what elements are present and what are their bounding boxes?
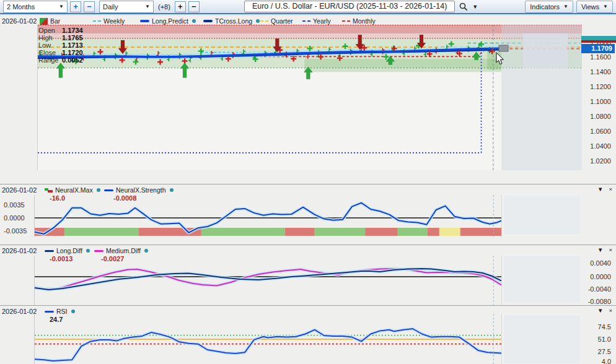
chevron-down-icon: ▼ bbox=[603, 4, 608, 9]
legend-label: NeuralX.Strength bbox=[116, 186, 166, 194]
main-chart-canvas[interactable] bbox=[37, 25, 582, 170]
neuralx-chart-canvas[interactable] bbox=[34, 195, 502, 237]
chevron-down-icon: ▼ bbox=[59, 4, 64, 9]
weekly-line-icon bbox=[93, 20, 101, 22]
panel-watermark bbox=[503, 314, 581, 364]
legend-label: Long.Predict bbox=[152, 17, 188, 25]
cursor-date-label: 2026-01-02 bbox=[2, 308, 37, 315]
bars-added-label: (+8) bbox=[158, 3, 170, 11]
legend-item-neuralx-max[interactable]: NeuralX.Max bbox=[45, 186, 100, 194]
axis-tick: 1.1000 bbox=[590, 98, 611, 105]
legend-item-weekly[interactable]: Weekly bbox=[93, 17, 125, 25]
monthly-axis-marker bbox=[581, 40, 616, 43]
info-dot-icon[interactable] bbox=[256, 19, 260, 23]
high-label: High bbox=[38, 34, 62, 41]
info-dot-icon[interactable] bbox=[192, 19, 196, 23]
rsi-line-icon bbox=[45, 311, 54, 313]
axis-tick: 0.0000 bbox=[590, 273, 611, 280]
legend-item-bar[interactable]: Bar bbox=[40, 17, 60, 25]
axis-tick: 4.0 bbox=[602, 358, 611, 364]
neuralx-panel: 2026-01-02 NeuralX.Max NeuralX.Strength … bbox=[0, 184, 616, 245]
info-dot-icon[interactable] bbox=[97, 188, 100, 192]
close-label: Close bbox=[38, 49, 62, 56]
search-icon[interactable] bbox=[459, 2, 468, 11]
add-bars-button[interactable]: + bbox=[175, 1, 186, 12]
range-zoom-out-button[interactable]: − bbox=[84, 1, 95, 12]
axis-tick: 74.5 bbox=[598, 323, 611, 331]
legend-label: Medium.Diff bbox=[106, 247, 141, 254]
panel-watermark bbox=[503, 255, 581, 303]
legend-item-yearly[interactable]: Yearly bbox=[302, 17, 331, 25]
legend-item-monthly[interactable]: Monthly bbox=[342, 17, 376, 25]
range-select[interactable]: 2 Months ▼ bbox=[3, 1, 68, 13]
long-predict-line-icon bbox=[140, 20, 149, 22]
range-zoom-in-button[interactable]: + bbox=[70, 1, 81, 12]
monthly-line-icon bbox=[342, 20, 350, 22]
close-value: 1.1720 bbox=[62, 49, 83, 56]
rsi-chart-canvas[interactable] bbox=[34, 314, 502, 364]
rsi-axis: 74.5 51.0 27.5 4.0 bbox=[581, 306, 616, 364]
legend-item-neuralx-strength[interactable]: NeuralX.Strength bbox=[104, 186, 174, 194]
toolbar: 2 Months ▼ + − Daily ▼ (+8) + − Euro / U… bbox=[0, 0, 616, 14]
legend-item-quarter[interactable]: Quarter bbox=[260, 17, 293, 25]
legend-label: NeuralX.Max bbox=[55, 186, 93, 194]
cursor-date-label: 2026-01-02 bbox=[2, 186, 37, 194]
trading-app-window: { "toolbar":{ "range_select":"2 Months",… bbox=[0, 0, 616, 364]
panel-watermark bbox=[503, 194, 581, 235]
legend-label: Yearly bbox=[313, 17, 331, 25]
low-label: Low bbox=[38, 41, 62, 49]
axis-tick: -0.0035 bbox=[4, 227, 27, 235]
cursor-date-label: 2026-01-02 bbox=[2, 17, 37, 25]
medium-diff-line-icon bbox=[94, 250, 103, 252]
axis-tick: 1.0600 bbox=[590, 128, 611, 135]
axis-tick: 1.0200 bbox=[590, 157, 611, 165]
range-label: Range bbox=[38, 56, 62, 64]
collapse-panel-button[interactable]: ▼ bbox=[597, 186, 603, 193]
diff-panel: 2026-01-02 Long.Diff Medium.Diff -0.0013… bbox=[0, 245, 616, 305]
chevron-down-icon: ▼ bbox=[145, 4, 150, 9]
close-panel-button[interactable]: × bbox=[609, 186, 612, 193]
search-dropdown-icon[interactable]: ▼ bbox=[472, 4, 478, 10]
price-panel: 2026-01-02 Bar Weekly Long.Predict TCros… bbox=[0, 15, 616, 184]
axis-tick: 0.0000 bbox=[4, 214, 25, 222]
symbol-title[interactable]: Euro / U.S. Dollar - EUR/USD (2025-11-03… bbox=[244, 1, 455, 12]
legend-item-medium-diff[interactable]: Medium.Diff bbox=[94, 247, 148, 254]
views-button[interactable]: Views ▼ bbox=[576, 1, 613, 13]
indicators-button-label: Indicators bbox=[530, 3, 560, 11]
info-dot-icon[interactable] bbox=[144, 249, 148, 253]
info-dot-icon[interactable] bbox=[170, 188, 174, 192]
cursor-date-label: 2026-01-02 bbox=[2, 247, 37, 254]
last-price-badge: 1.1709 bbox=[581, 44, 615, 53]
drag-handle[interactable] bbox=[499, 45, 508, 51]
axis-tick: 1.1600 bbox=[590, 53, 611, 61]
axis-tick: 27.5 bbox=[598, 348, 611, 355]
legend-item-long-predict[interactable]: Long.Predict bbox=[140, 17, 196, 25]
axis-tick: -0.0040 bbox=[588, 285, 611, 293]
legend-item-long-diff[interactable]: Long.Diff bbox=[45, 247, 90, 254]
legend-label: Quarter bbox=[271, 17, 293, 25]
high-value: 1.1765 bbox=[62, 34, 83, 41]
open-label: Open bbox=[38, 27, 62, 34]
bar-swatch-icon bbox=[40, 18, 48, 25]
legend-item-tcross-long[interactable]: TCross.Long bbox=[203, 17, 260, 25]
long-diff-line-icon bbox=[45, 250, 54, 252]
legend-label: Weekly bbox=[103, 17, 125, 25]
price-axis[interactable]: 1.2000 1.1709 1.1600 1.1400 1.1200 1.100… bbox=[581, 15, 616, 184]
period-select[interactable]: Daily ▼ bbox=[99, 1, 154, 13]
diff-chart-canvas[interactable] bbox=[34, 256, 502, 305]
histogram-swatch-icon bbox=[45, 187, 53, 194]
axis-tick: 0.0035 bbox=[4, 201, 25, 209]
info-dot-icon[interactable] bbox=[71, 310, 75, 313]
legend-label: Bar bbox=[50, 17, 60, 25]
axis-tick: 1.0800 bbox=[590, 113, 611, 120]
low-value: 1.1713 bbox=[62, 41, 83, 49]
legend-label: Monthly bbox=[353, 17, 376, 25]
indicators-button[interactable]: Indicators ▼ bbox=[525, 1, 573, 13]
tcross-axis-marker bbox=[581, 36, 616, 40]
quarter-line-icon bbox=[260, 20, 268, 22]
remove-bars-button[interactable]: − bbox=[188, 1, 200, 12]
range-value: 0.0052 bbox=[62, 56, 83, 64]
info-dot-icon[interactable] bbox=[86, 249, 90, 253]
legend-label: Long.Diff bbox=[56, 247, 82, 254]
panel-watermark bbox=[523, 33, 568, 68]
